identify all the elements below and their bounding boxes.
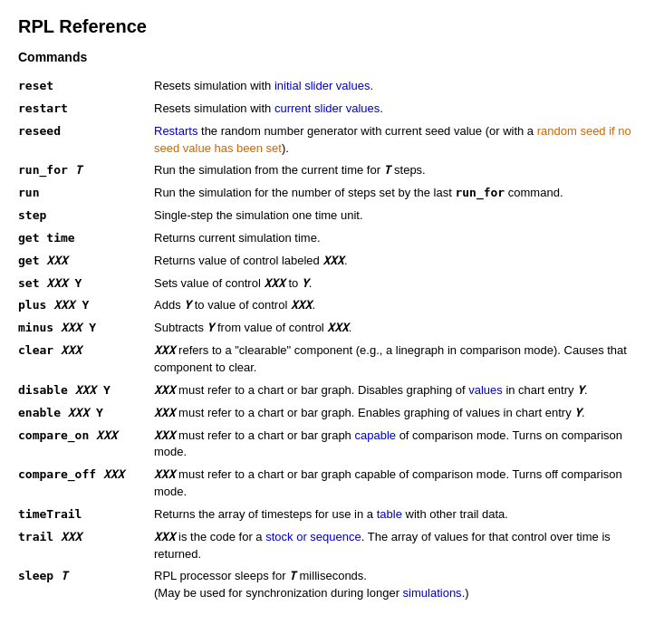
commands-table: resetResets simulation with initial slid… bbox=[18, 75, 646, 605]
table-row: set XXX YSets value of control XXX to Y. bbox=[18, 273, 646, 295]
command-cell: reset bbox=[18, 75, 154, 98]
description-cell: XXX must refer to a chart or bar graph. … bbox=[154, 380, 646, 402]
command-cell: disable XXX Y bbox=[18, 380, 154, 402]
table-row: enable XXX YXXX must refer to a chart or… bbox=[18, 402, 646, 425]
table-row: get timeReturns current simulation time. bbox=[18, 227, 646, 250]
table-row: sleep TRPL processor sleeps for T millis… bbox=[18, 565, 646, 605]
description-cell: Restarts the random number generator wit… bbox=[154, 120, 646, 160]
table-row: restartResets simulation with current sl… bbox=[18, 98, 646, 120]
description-cell: Single-step the simulation one time unit… bbox=[154, 205, 646, 227]
command-cell: clear XXX bbox=[18, 340, 154, 380]
description-cell: Sets value of control XXX to Y. bbox=[154, 273, 646, 295]
description-cell: Run the simulation for the number of ste… bbox=[154, 182, 646, 205]
command-cell: run_for T bbox=[18, 159, 154, 182]
table-row: run_for TRun the simulation from the cur… bbox=[18, 159, 646, 182]
command-cell: compare_off XXX bbox=[18, 464, 154, 504]
description-cell: Returns current simulation time. bbox=[154, 227, 646, 250]
description-cell: Subtracts Y from value of control XXX. bbox=[154, 317, 646, 340]
command-cell: run bbox=[18, 182, 154, 205]
description-cell: Run the simulation from the current time… bbox=[154, 159, 646, 182]
table-row: trail XXXXXX is the code for a stock or … bbox=[18, 526, 646, 566]
description-cell: RPL processor sleeps for T milliseconds.… bbox=[154, 565, 646, 605]
command-cell: trail XXX bbox=[18, 526, 154, 566]
table-row: plus XXX YAdds Y to value of control XXX… bbox=[18, 294, 646, 317]
description-cell: Returns value of control labeled XXX. bbox=[154, 250, 646, 273]
description-cell: Resets simulation with current slider va… bbox=[154, 98, 646, 120]
description-cell: XXX must refer to a chart or bar graph c… bbox=[154, 425, 646, 465]
command-cell: get time bbox=[18, 227, 154, 250]
table-row: timeTrailReturns the array of timesteps … bbox=[18, 504, 646, 526]
table-row: resetResets simulation with initial slid… bbox=[18, 75, 646, 98]
table-row: get XXXReturns value of control labeled … bbox=[18, 250, 646, 273]
table-row: stepSingle-step the simulation one time … bbox=[18, 205, 646, 227]
command-cell: step bbox=[18, 205, 154, 227]
table-row: runRun the simulation for the number of … bbox=[18, 182, 646, 205]
page-title: RPL Reference bbox=[18, 16, 646, 37]
description-cell: XXX must refer to a chart or bar graph c… bbox=[154, 464, 646, 504]
command-cell: compare_on XXX bbox=[18, 425, 154, 465]
section-heading: Commands bbox=[18, 50, 646, 64]
description-cell: Returns the array of timesteps for use i… bbox=[154, 504, 646, 526]
command-cell: reseed bbox=[18, 120, 154, 160]
table-row: disable XXX YXXX must refer to a chart o… bbox=[18, 380, 646, 402]
command-cell: restart bbox=[18, 98, 154, 120]
command-cell: set XXX Y bbox=[18, 273, 154, 295]
description-cell: Adds Y to value of control XXX. bbox=[154, 294, 646, 317]
description-cell: XXX refers to a "clearable" component (e… bbox=[154, 340, 646, 380]
command-cell: sleep T bbox=[18, 565, 154, 605]
command-cell: timeTrail bbox=[18, 504, 154, 526]
table-row: minus XXX YSubtracts Y from value of con… bbox=[18, 317, 646, 340]
command-cell: enable XXX Y bbox=[18, 402, 154, 425]
table-row: reseedRestarts the random number generat… bbox=[18, 120, 646, 160]
table-row: compare_on XXXXXX must refer to a chart … bbox=[18, 425, 646, 465]
command-cell: minus XXX Y bbox=[18, 317, 154, 340]
description-cell: Resets simulation with initial slider va… bbox=[154, 75, 646, 98]
table-row: compare_off XXXXXX must refer to a chart… bbox=[18, 464, 646, 504]
table-row: clear XXXXXX refers to a "clearable" com… bbox=[18, 340, 646, 380]
command-cell: get XXX bbox=[18, 250, 154, 273]
description-cell: XXX must refer to a chart or bar graph. … bbox=[154, 402, 646, 425]
command-cell: plus XXX Y bbox=[18, 294, 154, 317]
description-cell: XXX is the code for a stock or sequence.… bbox=[154, 526, 646, 566]
